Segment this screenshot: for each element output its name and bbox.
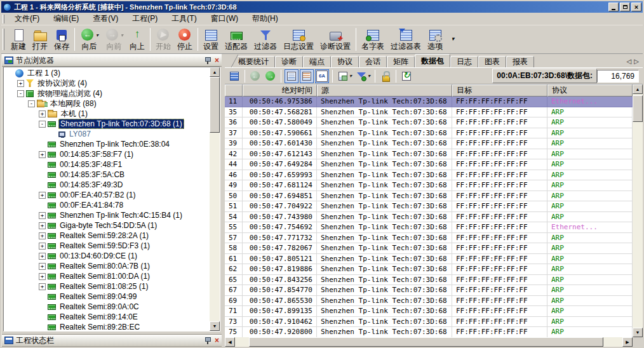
tree-item[interactable]: +Realtek Semi:80:0A:7B (1) [4,261,210,271]
expander-icon[interactable]: + [39,212,46,219]
close-panel-icon[interactable]: × [215,337,219,344]
expander-icon[interactable]: + [39,222,46,229]
table-row[interactable]: 6500:50:47.843256Shenzhen Tp-link Tech:0… [225,275,633,286]
table-row[interactable]: 4600:50:47.659993Shenzhen Tp-link Tech:0… [225,170,633,181]
scrollbar-thumb[interactable] [249,337,603,347]
tree-scrollbar[interactable]: ▲ ▼ [210,67,220,331]
table-row[interactable]: 6200:50:47.819886Shenzhen Tp-link Tech:0… [225,264,633,275]
column-header[interactable]: 源 [317,84,452,97]
back-button[interactable]: ←▾向后 [77,27,102,51]
table-row[interactable]: 1100:50:46.975386Shenzhen Tp-link Tech:0… [225,97,633,107]
packet-list-toggle-button[interactable] [285,69,299,83]
table-row[interactable]: 4900:50:47.681124Shenzhen Tp-link Tech:0… [225,180,633,191]
tree-item[interactable]: +Realtek Semi:81:08:25 (1) [4,281,210,291]
table-vscroll[interactable]: ▲ ▼ [633,84,643,337]
expander-icon[interactable]: + [39,263,46,270]
expander-icon[interactable]: + [39,273,46,280]
tab-1[interactable]: 诊断 [275,56,303,67]
tab-7[interactable]: 日志 [450,56,478,67]
menu-item[interactable]: 帮助(H) [245,12,285,25]
tab-6[interactable]: 数据包 [415,54,450,67]
graph-view-button[interactable] [227,69,241,83]
tab-0[interactable]: 概要统计 [232,56,275,67]
tab-9[interactable]: 报表 [506,56,534,67]
filter-table-button[interactable]: 过滤器表 [387,27,424,51]
log-settings-button[interactable]: 日志设置 [280,27,317,51]
toolbar-grip[interactable] [3,29,4,50]
tab-scroll-left-icon[interactable]: ◁ [627,58,632,65]
scroll-right-icon[interactable]: ▶ [622,337,633,347]
decode-view-toggle-button[interactable] [300,69,314,83]
table-row[interactable]: 7100:50:47.899135Shenzhen Tp-link Tech:0… [225,306,633,317]
table-row[interactable]: 5100:50:47.704922Shenzhen Tp-link Tech:0… [225,201,633,212]
tab-2[interactable]: 端点 [303,56,331,67]
close-button[interactable]: × [631,3,641,11]
adapter-button[interactable]: 适配器 [222,27,251,51]
menu-item[interactable]: 文件(F) [8,12,46,25]
tree-item[interactable]: Realtek Semi:89:14:0E [4,312,210,322]
table-row[interactable]: 6100:50:47.805121Shenzhen Tp-link Tech:0… [225,254,633,265]
expander-icon[interactable]: + [39,232,46,239]
lock-scroll-button[interactable] [379,69,392,83]
tree-item[interactable]: +按协议浏览 (4) [4,78,210,88]
tree-item[interactable]: 工程 1 (3) [4,68,210,78]
scroll-left-icon[interactable]: ◀ [225,337,235,347]
filter-button[interactable]: 过滤器 [251,27,280,51]
forward-button[interactable]: →▾向前 [102,27,126,51]
up-button[interactable]: ↑向上 [126,27,148,51]
tree-item[interactable]: -按物理端点浏览 (4) [4,88,210,98]
pin-icon[interactable] [205,337,210,344]
tree-item[interactable]: +00:0F:EA:40:57:B2 (1) [4,190,210,200]
menu-item[interactable]: 工程(P) [125,12,164,25]
table-row[interactable]: 5400:50:47.743980Shenzhen Tp-link Tech:0… [225,212,633,223]
expander-icon[interactable]: - [28,100,35,107]
scroll-down-icon[interactable]: ▼ [210,321,220,331]
table-row[interactable]: 3900:50:47.601430Shenzhen Tp-link Tech:0… [225,138,633,149]
expander-icon[interactable]: + [39,283,46,290]
menu-item[interactable]: 工具(T) [164,12,203,25]
tree-item[interactable]: -本地网段 (88) [4,98,210,109]
tree-item[interactable]: 00:0F:EA:41:84:78 [4,200,210,210]
tree-item[interactable]: Realtek Semi:89:0A:0C [4,302,210,312]
tree-item[interactable]: Shenzhen Tp-link Tech:0E:38:04 [4,139,210,149]
scroll-down-icon[interactable]: ▼ [633,328,643,337]
name-table-button[interactable]: 名字表 [358,27,387,51]
table-hscroll[interactable]: ◀ ▶ [225,337,633,347]
diagnosis-settings-button[interactable]: 诊断设置 [317,27,354,51]
expander-icon[interactable]: - [17,90,24,97]
new-button[interactable]: 新建 [8,27,29,51]
open-button[interactable]: 打开 [29,27,51,51]
expander-icon[interactable]: + [17,80,24,87]
stop-button[interactable]: 停止 [174,27,196,51]
tree-item[interactable]: Realtek Semi:89:04:99 [4,291,210,302]
tree-item[interactable]: LY087 [4,129,210,139]
tree-item[interactable]: -Shenzhen Tp-link Tech:07:3D:68 (1) [4,119,210,129]
table-row[interactable]: 3700:50:47.590661Shenzhen Tp-link Tech:0… [225,128,633,139]
packet-back-button[interactable]: ← [248,69,262,83]
tree-item[interactable]: +本机 (1) [4,109,210,119]
tree-item[interactable]: +Realtek Semi:81:00:DA (1) [4,271,210,281]
scroll-up-icon[interactable]: ▲ [633,84,643,94]
column-menu-button[interactable]: ▾ [336,69,353,83]
save-button[interactable]: 保存 [51,27,72,51]
tree-item[interactable]: +00:13:D4:60:D9:CE (1) [4,251,210,261]
refresh-button[interactable]: ↻ [399,69,413,83]
tree-item[interactable]: 00:14:85:3F:48:F1 [4,159,210,170]
tab-4[interactable]: 会话 [359,56,387,67]
tab-scroll-right-icon[interactable]: ▷ [634,58,639,65]
packet-filter-menu-button[interactable]: ▾ [354,69,372,83]
start-button[interactable]: ▶开始 [152,27,174,51]
column-header[interactable]: 协议 [547,84,633,97]
expander-icon[interactable]: + [39,110,46,117]
table-row[interactable]: 6700:50:47.854770Shenzhen Tp-link Tech:0… [225,285,633,296]
tree-item[interactable]: +00:14:85:3F:58:F7 (1) [4,149,210,159]
menu-item[interactable]: 窗口(W) [204,12,245,25]
column-header[interactable] [225,84,243,97]
scrollbar-thumb[interactable] [633,95,643,122]
tree-item[interactable]: +Realtek Semi:59:28:2A (1) [4,231,210,241]
table-row[interactable]: 5000:50:47.694851Shenzhen Tp-link Tech:0… [225,191,633,202]
toolbar-overflow-button[interactable]: ▾ [446,32,460,47]
tree-item[interactable]: 00:14:85:3F:5A:CB [4,170,210,180]
table-row[interactable]: 5700:50:47.771732Shenzhen Tp-link Tech:0… [225,233,633,244]
minimize-button[interactable] [608,3,619,11]
